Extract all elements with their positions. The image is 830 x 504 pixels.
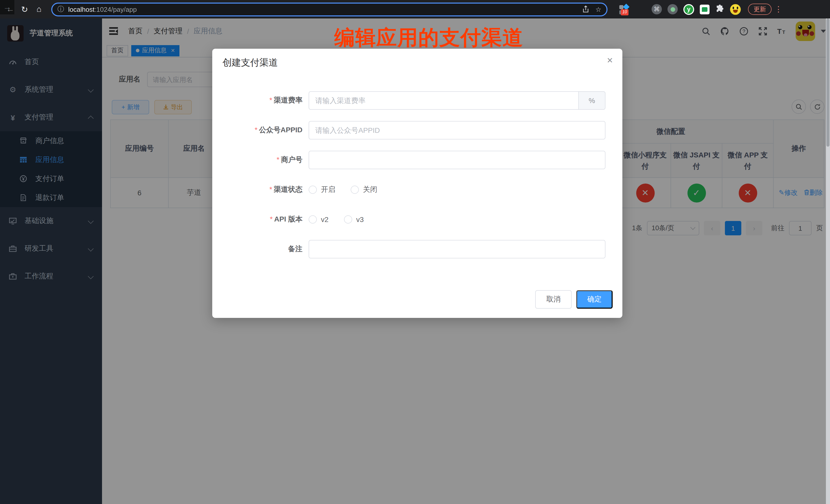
remark-input[interactable] — [309, 240, 605, 258]
screen: ← → ↻ ⌂ ⓘ localhost :1024/pay/app ☆ 10 ⌘… — [0, 0, 830, 504]
extensions-puzzle-icon[interactable] — [715, 5, 724, 14]
tab-manager-extension-icon[interactable]: 10 — [619, 4, 630, 14]
chat-extension-icon[interactable] — [700, 4, 709, 14]
appid-input[interactable] — [309, 121, 605, 139]
reload-icon[interactable]: ↻ — [18, 2, 32, 17]
radio-status-open[interactable]: 开启 — [309, 185, 335, 194]
extensions-bar: 10 ⌘ y — [619, 4, 741, 14]
url-host: localhost — [68, 5, 95, 13]
bookmark-star-icon[interactable]: ☆ — [596, 5, 601, 13]
radio-circle-icon — [351, 186, 359, 194]
radio-circle-icon — [309, 215, 317, 224]
merchant-input[interactable] — [309, 151, 605, 169]
cancel-button[interactable]: 取消 — [535, 290, 572, 309]
recorder-extension-icon[interactable] — [668, 4, 678, 14]
api-label: API 版本 — [274, 215, 302, 223]
form-row-appid: *公众号APPID — [212, 121, 622, 139]
app-window: 芋道管理系统 首页 ⚙ 系统管理 ¥ 支付管理 — [0, 19, 830, 504]
url-path: :1024/pay/app — [95, 5, 137, 13]
form-row-merchant: *商户号 — [212, 151, 622, 169]
radio-circle-icon — [309, 186, 317, 194]
url-bar[interactable]: ⓘ localhost :1024/pay/app ☆ — [51, 2, 607, 16]
appid-label: 公众号APPID — [259, 126, 302, 134]
share-icon[interactable] — [583, 6, 589, 13]
browser-menu-icon[interactable]: ⋮ — [775, 5, 782, 14]
form-row-api: *API 版本 v2 v3 — [212, 210, 622, 229]
home-icon[interactable]: ⌂ — [32, 2, 46, 17]
y-extension-icon[interactable]: y — [683, 4, 694, 14]
browser-toolbar: ← → ↻ ⌂ ⓘ localhost :1024/pay/app ☆ 10 ⌘… — [0, 0, 830, 19]
balloon-extension-icon[interactable] — [635, 4, 646, 14]
browser-scrollbar[interactable] — [826, 19, 830, 504]
dialog-close-icon[interactable]: ✕ — [607, 56, 613, 65]
chrome-update-button[interactable]: 更新 — [748, 4, 772, 15]
rate-input[interactable] — [309, 91, 579, 110]
form-row-remark: 备注 — [212, 240, 622, 258]
remark-label: 备注 — [288, 245, 302, 253]
radio-circle-icon — [344, 215, 352, 224]
dialog-title: 创建支付渠道 — [223, 56, 278, 69]
site-info-icon[interactable]: ⓘ — [57, 5, 64, 14]
annotation-text: 编辑应用的支付渠道 — [334, 24, 523, 52]
status-label: 渠道状态 — [274, 185, 302, 193]
merchant-label: 商户号 — [281, 155, 302, 163]
command-extension-icon[interactable]: ⌘ — [651, 4, 662, 14]
scrollbar-thumb[interactable] — [826, 19, 829, 147]
radio-status-closed[interactable]: 关闭 — [351, 185, 377, 194]
forward-icon[interactable]: → — [0, 0, 14, 14]
form-row-rate: *渠道费率 % — [212, 91, 622, 110]
create-pay-channel-dialog: 创建支付渠道 ✕ *渠道费率 % *公众号APPID *商户号 — [212, 49, 622, 318]
confirm-button[interactable]: 确定 — [576, 290, 613, 309]
form-row-status: *渠道状态 开启 关闭 — [212, 181, 622, 199]
radio-api-v3[interactable]: v3 — [344, 215, 364, 224]
extension-badge: 10 — [621, 9, 629, 15]
radio-api-v2[interactable]: v2 — [309, 215, 329, 224]
percent-suffix: % — [579, 91, 605, 110]
emoji-profile-icon[interactable] — [730, 4, 741, 14]
rate-label: 渠道费率 — [274, 96, 302, 104]
